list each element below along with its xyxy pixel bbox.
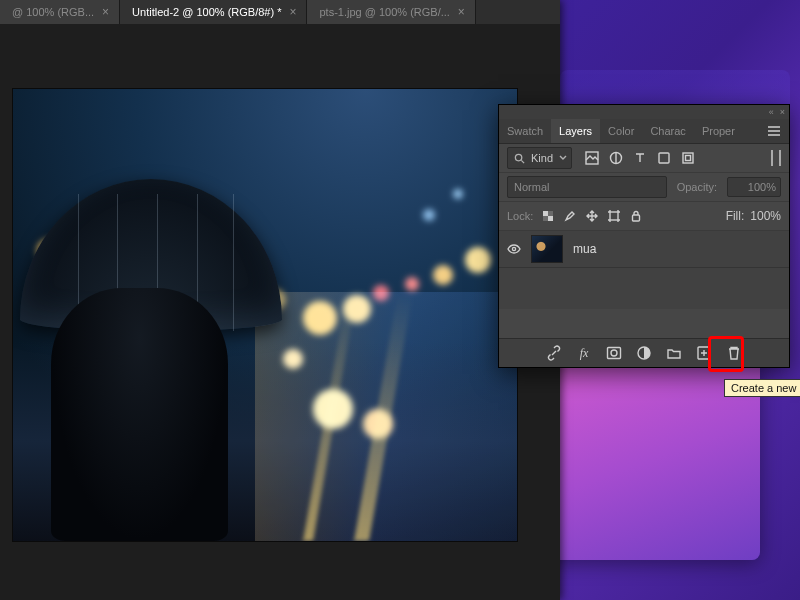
photo-subject — [33, 179, 255, 541]
tab-character[interactable]: Charac — [642, 119, 693, 143]
photo-bokeh — [405, 277, 419, 291]
visibility-toggle[interactable] — [507, 242, 521, 256]
lock-transparency-icon[interactable] — [541, 209, 555, 223]
filter-kind-label: Kind — [531, 152, 553, 164]
layer-filter-row: Kind — [499, 144, 789, 173]
layer-name[interactable]: mua — [573, 242, 596, 256]
lock-position-icon[interactable] — [585, 209, 599, 223]
photo-bokeh — [343, 295, 371, 323]
photo-bokeh — [453, 189, 463, 199]
panel-tabs: Swatch Layers Color Charac Proper — [499, 119, 789, 144]
svg-rect-10 — [610, 212, 618, 220]
link-layers-icon[interactable] — [545, 344, 563, 362]
layer-thumbnail[interactable] — [531, 235, 563, 263]
tab-color[interactable]: Color — [600, 119, 642, 143]
trash-icon[interactable] — [725, 344, 743, 362]
tab-label: Charac — [650, 125, 685, 137]
document-tab-active[interactable]: Untitled-2 @ 100% (RGB/8#) * × — [120, 0, 307, 24]
photo-bokeh — [465, 247, 491, 273]
photo-bokeh — [423, 209, 435, 221]
layers-footer: fx — [499, 338, 789, 367]
document-tab-label: pts-1.jpg @ 100% (RGB/... — [319, 6, 449, 18]
photo-bokeh — [363, 409, 393, 439]
document-tab[interactable]: pts-1.jpg @ 100% (RGB/... × — [307, 0, 475, 24]
svg-rect-4 — [683, 153, 693, 163]
canvas-area[interactable] — [0, 24, 560, 600]
lock-label: Lock: — [507, 210, 533, 222]
lock-row: Lock: Fill: 100% — [499, 202, 789, 231]
tooltip: Create a new layer — [724, 379, 800, 397]
layers-panel[interactable]: « × Swatch Layers Color Charac Proper Ki… — [498, 104, 790, 368]
filter-type-text-icon[interactable] — [632, 150, 648, 166]
umbrella-rib — [233, 194, 234, 331]
chevron-down-icon — [559, 154, 567, 162]
opacity-input[interactable]: 100% — [727, 177, 781, 197]
svg-rect-13 — [608, 348, 621, 359]
panel-titlebar[interactable]: « × — [499, 105, 789, 119]
filter-type-icons — [584, 150, 696, 166]
tab-label: Swatch — [507, 125, 543, 137]
document-canvas[interactable] — [12, 88, 518, 542]
tab-label: Color — [608, 125, 634, 137]
photo-bokeh — [303, 301, 337, 335]
tab-label: Proper — [702, 125, 735, 137]
adjustment-layer-icon[interactable] — [635, 344, 653, 362]
blend-mode-select[interactable]: Normal — [507, 176, 667, 198]
lock-controls: Lock: — [507, 209, 643, 223]
screenshot-root: @ 100% (RGB... × Untitled-2 @ 100% (RGB/… — [0, 0, 800, 600]
layers-list[interactable]: mua — [499, 231, 789, 309]
photo-bokeh — [433, 265, 453, 285]
opacity-label: Opacity: — [677, 181, 717, 193]
svg-rect-7 — [548, 216, 553, 221]
svg-rect-11 — [633, 215, 640, 221]
opacity-value: 100% — [748, 181, 776, 193]
group-icon[interactable] — [665, 344, 683, 362]
filter-toggle[interactable] — [771, 150, 781, 166]
lock-all-icon[interactable] — [629, 209, 643, 223]
svg-point-0 — [515, 154, 521, 160]
svg-rect-3 — [659, 153, 669, 163]
close-icon[interactable]: × — [780, 107, 785, 117]
tab-properties[interactable]: Proper — [694, 119, 743, 143]
photo-person-body — [51, 288, 228, 541]
fx-icon[interactable]: fx — [575, 344, 593, 362]
document-tab-label: Untitled-2 @ 100% (RGB/8#) * — [132, 6, 281, 18]
photo-bokeh — [373, 285, 389, 301]
tab-swatches[interactable]: Swatch — [499, 119, 551, 143]
blend-mode-value: Normal — [514, 181, 549, 193]
close-icon[interactable]: × — [458, 5, 465, 19]
fill-value: 100% — [750, 209, 781, 223]
svg-point-12 — [512, 247, 515, 250]
close-icon[interactable]: × — [289, 5, 296, 19]
mask-icon[interactable] — [605, 344, 623, 362]
svg-rect-5 — [686, 156, 691, 161]
layer-row[interactable]: mua — [499, 231, 789, 268]
lock-brush-icon[interactable] — [563, 209, 577, 223]
filter-kind-select[interactable]: Kind — [507, 147, 572, 169]
photo-bokeh — [283, 349, 303, 369]
svg-rect-8 — [548, 211, 553, 216]
svg-rect-9 — [543, 216, 548, 221]
svg-point-14 — [611, 350, 617, 356]
collapse-icon[interactable]: « — [769, 107, 774, 117]
tooltip-text: Create a new layer — [731, 382, 800, 394]
svg-rect-6 — [543, 211, 548, 216]
photo-bokeh — [313, 389, 353, 429]
fill-input[interactable]: 100% — [750, 209, 781, 223]
new-layer-icon[interactable] — [695, 344, 713, 362]
filter-shape-icon[interactable] — [656, 150, 672, 166]
document-tab-label: @ 100% (RGB... — [12, 6, 94, 18]
filter-pixel-icon[interactable] — [584, 150, 600, 166]
filter-smartobject-icon[interactable] — [680, 150, 696, 166]
photoshop-window: @ 100% (RGB... × Untitled-2 @ 100% (RGB/… — [0, 0, 560, 600]
lock-artboard-icon[interactable] — [607, 209, 621, 223]
tab-layers[interactable]: Layers — [551, 119, 600, 143]
tab-label: Layers — [559, 125, 592, 137]
panel-menu-icon[interactable] — [759, 119, 789, 143]
filter-adjustment-icon[interactable] — [608, 150, 624, 166]
blend-row: Normal Opacity: 100% — [499, 173, 789, 202]
document-tabs: @ 100% (RGB... × Untitled-2 @ 100% (RGB/… — [0, 0, 560, 25]
close-icon[interactable]: × — [102, 5, 109, 19]
fill-label: Fill: — [726, 209, 745, 223]
document-tab[interactable]: @ 100% (RGB... × — [0, 0, 120, 24]
